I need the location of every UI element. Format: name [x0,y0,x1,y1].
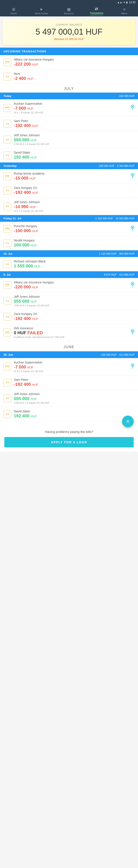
nav-transactions[interactable]: ⇄ Transactions [90,6,103,15]
balance-card: CURRENT BALANCE 5 497 000,01 HUF Blocked… [3,19,135,45]
transaction-content: Porsche Hungary -100 000 HUF [14,224,129,233]
svg-point-30 [132,365,133,366]
transaction-content: Jeff Jones Johnson 555 000 HUF 1784,56 €… [14,392,135,404]
transaction-name: Jeff Jones Johnson [14,392,135,396]
transfer-icon [3,297,11,305]
svg-rect-13 [5,228,9,229]
transaction-item[interactable]: Jeff Jones Johnson 555 000 HUF 1784,56 €… [0,292,138,310]
transfer-icon [3,313,11,321]
transactions-container: Today -192 000 HUF Auchan Supermarket -7… [0,93,138,421]
transaction-item[interactable]: Allianz car insurance Hungary -220 000 H… [0,278,138,292]
transaction-item[interactable]: Jeff Jones Johnson -14 990 HUF 24 € 1 € … [0,198,138,215]
card-icon [3,58,11,66]
transaction-item[interactable]: Richard Johnatan Black 1 555 000 HUF [0,257,138,271]
transaction-sub: 1784,56 € 1 € equals 311.96 HUF [14,143,135,145]
balance-blocked: Blocked 22 000,00 HUF [7,37,131,41]
fab-button[interactable]: ≡ [122,415,134,427]
transaction-group-3: Richard Johnatan Black 1 555 000 HUF [0,257,138,271]
transaction-item[interactable]: David Slater 192 400 HUF [0,148,138,162]
transaction-item[interactable]: Sam Peter -192 400 HUF [0,375,138,390]
date-label: 30. Jun [3,353,13,356]
nav-menu[interactable]: ≡ Menu [118,7,131,15]
upcoming-name-1: Allianz car insurance Hungary [14,58,135,61]
date-label: 8. Jul [3,273,10,276]
transaction-content: Sam Peter -192 400 HUF [14,378,135,387]
transaction-sub: 1784,56 € 1 € equals 311.96 HUF [14,402,135,404]
time-display: 12:30 [129,1,135,4]
july-label: JULY [64,87,74,90]
date-label: Friday 21. Jul [3,217,21,220]
loan-button[interactable]: APPLY FOR A LOAN [4,437,134,447]
svg-point-10 [132,174,133,176]
transaction-item[interactable]: Zara Hungary Zrt. -192 400 HUF [0,183,138,198]
transaction-group-1: Romai tennis academy -15 000 HUF Zara Hu… [0,169,138,215]
transaction-item[interactable]: Romai tennis academy -15 000 HUF [0,169,138,183]
home-icon: ⊞ [12,7,15,12]
footer-text: Having problems paying the bills? [4,430,134,434]
transaction-content: David Slater 192 400 HUF [14,409,135,418]
status-bar: ▲▲ ▾ ▮ 12:30 [0,0,138,5]
upcoming-amount-2: -2 400 HUF [14,76,135,81]
transaction-item[interactable]: Auchan Supermarket -7 000 HUF 24 € 1 € e… [0,99,138,117]
upcoming-item-1[interactable]: Allianz car insurance Hungary -222 200 H… [0,55,138,69]
upcoming-content-1: Allianz car insurance Hungary -222 200 H… [14,58,135,67]
transfer-icon [3,395,11,402]
date-row-8.-jul: 8. Jul 8 670 HUF 413 900 HUF [0,271,138,278]
transaction-item[interactable]: Jeff Jones Johnson 555 000 HUF 1784,56 €… [0,390,138,407]
transaction-item[interactable]: ING insurance 0 HUF FAILED Insufficien f… [0,324,138,341]
month-separator-june: JUNE [0,341,138,351]
transfer-icon [3,120,11,128]
svg-point-25 [132,330,133,332]
failed-sub: Insufficien funds, intended amount 117 0… [14,336,129,338]
transaction-name: Zara Hungary Zrt. [14,186,135,189]
svg-rect-3 [5,107,9,108]
transaction-content: Nestlé Hungary 100 000 HUF [14,239,135,248]
transaction-group-2: Porsche Hungary -100 000 HUF Nestlé Hung… [0,222,138,250]
transaction-content: Zara Hungary Zrt. -192 400 HUF [14,312,135,321]
location-pin-icon [131,104,135,112]
july-separator: JULY [0,84,138,93]
transaction-item[interactable]: Zara Hungary Zrt. -192 400 HUF [0,310,138,324]
transfer-icon [3,187,11,194]
transaction-name: Auchan Supermarket [14,102,129,105]
date-row-yesterday: Yesterday -192 000 HUF 5 303 900 HUF [0,162,138,169]
location-pin-icon [131,225,135,232]
transaction-name: Jeff Jones Johnson [14,133,135,137]
transaction-name: Richard Johnatan Black [14,259,135,263]
transaction-content: Jeff Jones Johnson 555 000 HUF 1784,56 €… [14,295,135,307]
transaction-content: Jeff Jones Johnson -14 990 HUF 24 € 1 € … [14,200,135,212]
transaction-name: Sam Peter [14,119,135,123]
transaction-name: Jeff Jones Johnson [14,200,135,204]
transaction-sub: 24 € 1 € equals 311.96 HUF [14,111,129,114]
transaction-item[interactable]: Nestlé Hungary 100 000 HUF [0,236,138,250]
upcoming-item-2[interactable]: Rent -2 400 HUF [0,69,138,84]
transaction-item[interactable]: David Slater 192 400 HUF [0,407,138,421]
nav-accounts[interactable]: ▦ Accounts [62,7,76,15]
transfer-icon [3,136,11,144]
nav-menu-label: Menu [122,12,128,15]
transaction-content: Jeff Jones Johnson 555 000 HUF 1784,56 €… [14,133,135,145]
transaction-content: Sam Peter -192 400 HUF [14,119,135,128]
card-icon [3,104,11,112]
svg-point-20 [132,283,133,284]
location-pin-icon [131,173,135,180]
accounts-icon: ▦ [67,7,71,12]
transaction-item[interactable]: Jeff Jones Johnson 555 000 HUF 1784,56 €… [0,131,138,148]
transaction-name: Allianz car insurance Hungary [14,281,129,284]
nav-bar: ⊞ Home ➤ Send money ▦ Accounts ⇄ Transac… [0,5,138,17]
nav-send-money[interactable]: ➤ Send money [35,7,48,15]
month-label-june: JUNE [63,345,75,349]
transfer-icon [3,410,11,418]
transaction-content: Allianz car insurance Hungary -220 000 H… [14,281,129,289]
balance-label: CURRENT BALANCE [7,23,131,26]
nav-home[interactable]: ⊞ Home [7,7,20,15]
upcoming-list: Allianz car insurance Hungary -222 200 H… [0,55,138,84]
transaction-name: Romai tennis academy [14,172,129,175]
upcoming-content-2: Rent -2 400 HUF [14,72,135,81]
transaction-name: ING insurance [14,327,129,330]
transaction-item[interactable]: Auchan Supermarket -7 000 HUF 24 € 1 € e… [0,358,138,375]
transaction-item[interactable]: Porsche Hungary -100 000 HUF [0,222,138,236]
svg-point-5 [132,106,133,107]
transaction-item[interactable]: Sam Peter -192 400 HUF [0,117,138,131]
send-money-icon: ➤ [40,7,43,12]
